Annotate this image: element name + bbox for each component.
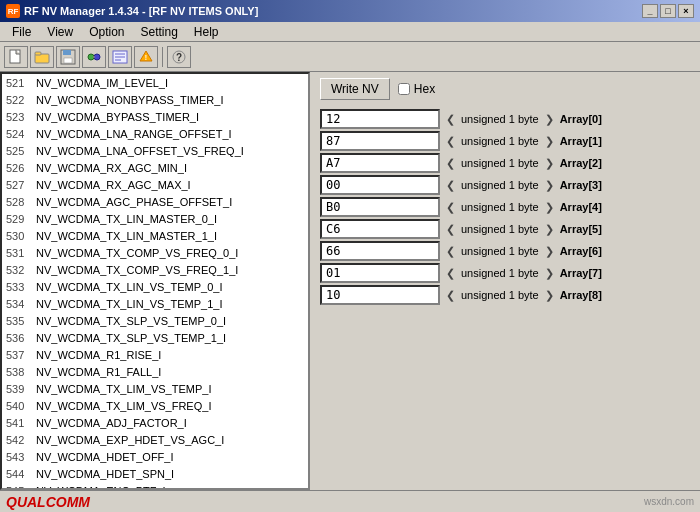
angle-right-6: ❯ [545, 245, 554, 258]
nv-list-item[interactable]: 526NV_WCDMA_RX_AGC_MIN_I [2, 159, 308, 176]
hex-label: Hex [398, 82, 435, 96]
nv-list-item[interactable]: 523NV_WCDMA_BYPASS_TIMER_I [2, 108, 308, 125]
app-icon: RF [6, 4, 20, 18]
angle-right-0: ❯ [545, 113, 554, 126]
angle-right-4: ❯ [545, 201, 554, 214]
angle-left-8: ❮ [446, 289, 455, 302]
nv-item-num: 524 [6, 128, 36, 140]
nv-item-num: 534 [6, 298, 36, 310]
nv-item-name: NV_WCDMA_ADJ_FACTOR_I [36, 417, 187, 429]
nv-list-item[interactable]: 527NV_WCDMA_RX_AGC_MAX_I [2, 176, 308, 193]
nv-list-item[interactable]: 541NV_WCDMA_ADJ_FACTOR_I [2, 414, 308, 431]
angle-right-7: ❯ [545, 267, 554, 280]
array-input-6[interactable] [320, 241, 440, 261]
help-btn[interactable]: ? [167, 46, 191, 68]
svg-rect-2 [35, 52, 41, 55]
nv-item-name: NV_WCDMA_TX_COMP_VS_FREQ_1_I [36, 264, 238, 276]
connect-btn[interactable] [82, 46, 106, 68]
array-input-3[interactable] [320, 175, 440, 195]
nv-list-item[interactable]: 534NV_WCDMA_TX_LIN_VS_TEMP_1_I [2, 295, 308, 312]
read-nv-btn[interactable] [108, 46, 132, 68]
nv-item-num: 540 [6, 400, 36, 412]
nv-list-panel[interactable]: 521NV_WCDMA_IM_LEVEL_I522NV_WCDMA_NONBYP… [0, 72, 310, 490]
array-index-5: Array[5] [560, 223, 602, 235]
nv-item-name: NV_WCDMA_R1_FALL_I [36, 366, 161, 378]
array-type-2: unsigned 1 byte [461, 157, 539, 169]
array-index-0: Array[0] [560, 113, 602, 125]
nv-list-item[interactable]: 532NV_WCDMA_TX_COMP_VS_FREQ_1_I [2, 261, 308, 278]
menu-help[interactable]: Help [186, 23, 227, 41]
nv-item-name: NV_WCDMA_BYPASS_TIMER_I [36, 111, 199, 123]
nv-list-item[interactable]: 539NV_WCDMA_TX_LIM_VS_TEMP_I [2, 380, 308, 397]
nv-list-item[interactable]: 533NV_WCDMA_TX_LIN_VS_TEMP_0_I [2, 278, 308, 295]
new-btn[interactable] [4, 46, 28, 68]
nv-list-item[interactable]: 524NV_WCDMA_LNA_RANGE_OFFSET_I [2, 125, 308, 142]
menu-setting[interactable]: Setting [133, 23, 186, 41]
svg-rect-4 [63, 50, 71, 55]
nv-item-name: NV_WCDMA_TX_LIN_MASTER_1_I [36, 230, 217, 242]
nv-list-item[interactable]: 529NV_WCDMA_TX_LIN_MASTER_0_I [2, 210, 308, 227]
array-input-8[interactable] [320, 285, 440, 305]
array-type-7: unsigned 1 byte [461, 267, 539, 279]
array-row: ❮ unsigned 1 byte ❯ Array[5] [320, 218, 690, 240]
nv-list-item[interactable]: 531NV_WCDMA_TX_COMP_VS_FREQ_0_I [2, 244, 308, 261]
nv-item-num: 530 [6, 230, 36, 242]
nv-list-item[interactable]: 537NV_WCDMA_R1_RISE_I [2, 346, 308, 363]
array-input-2[interactable] [320, 153, 440, 173]
title-bar: RF RF NV Manager 1.4.34 - [RF NV ITEMS O… [0, 0, 700, 22]
title-bar-controls[interactable]: _ □ × [642, 4, 694, 18]
array-input-0[interactable] [320, 109, 440, 129]
nv-list-item[interactable]: 543NV_WCDMA_HDET_OFF_I [2, 448, 308, 465]
array-row: ❮ unsigned 1 byte ❯ Array[4] [320, 196, 690, 218]
nv-item-num: 539 [6, 383, 36, 395]
save-btn[interactable] [56, 46, 80, 68]
minimize-btn[interactable]: _ [642, 4, 658, 18]
nv-list-item[interactable]: 525NV_WCDMA_LNA_OFFSET_VS_FREQ_I [2, 142, 308, 159]
nv-list-item[interactable]: 536NV_WCDMA_TX_SLP_VS_TEMP_1_I [2, 329, 308, 346]
nv-item-num: 533 [6, 281, 36, 293]
hex-text: Hex [414, 82, 435, 96]
toolbar: ! ? [0, 42, 700, 72]
hex-checkbox[interactable] [398, 83, 410, 95]
erase-btn[interactable]: ! [134, 46, 158, 68]
nv-list-item[interactable]: 544NV_WCDMA_HDET_SPN_I [2, 465, 308, 482]
nv-list-item[interactable]: 530NV_WCDMA_TX_LIN_MASTER_1_I [2, 227, 308, 244]
array-index-4: Array[4] [560, 201, 602, 213]
array-index-1: Array[1] [560, 135, 602, 147]
nv-list-item[interactable]: 535NV_WCDMA_TX_SLP_VS_TEMP_0_I [2, 312, 308, 329]
array-input-4[interactable] [320, 197, 440, 217]
close-btn[interactable]: × [678, 4, 694, 18]
menu-file[interactable]: File [4, 23, 39, 41]
nv-item-name: NV_WCDMA_TX_SLP_VS_TEMP_1_I [36, 332, 226, 344]
title-text: RF NV Manager 1.4.34 - [RF NV ITEMS ONLY… [24, 5, 258, 17]
angle-left-7: ❮ [446, 267, 455, 280]
array-input-5[interactable] [320, 219, 440, 239]
nv-list-item[interactable]: 538NV_WCDMA_R1_FALL_I [2, 363, 308, 380]
nv-item-name: NV_WCDMA_TX_COMP_VS_FREQ_0_I [36, 247, 238, 259]
array-input-7[interactable] [320, 263, 440, 283]
nv-list-item[interactable]: 545NV_WCDMA_ENC_BTF_I [2, 482, 308, 490]
nv-list-item[interactable]: 528NV_WCDMA_AGC_PHASE_OFFSET_I [2, 193, 308, 210]
qualcomm-text: QUALCOMM [6, 494, 90, 510]
array-row: ❮ unsigned 1 byte ❯ Array[0] [320, 108, 690, 130]
angle-left-1: ❮ [446, 135, 455, 148]
nv-item-name: NV_WCDMA_TX_LIM_VS_FREQ_I [36, 400, 211, 412]
nv-list-item[interactable]: 540NV_WCDMA_TX_LIM_VS_FREQ_I [2, 397, 308, 414]
nv-list-item[interactable]: 522NV_WCDMA_NONBYPASS_TIMER_I [2, 91, 308, 108]
nv-item-num: 535 [6, 315, 36, 327]
write-nv-button[interactable]: Write NV [320, 78, 390, 100]
array-input-1[interactable] [320, 131, 440, 151]
maximize-btn[interactable]: □ [660, 4, 676, 18]
status-bar: QUALCOMM wsxdn.com [0, 490, 700, 512]
nv-list-item[interactable]: 542NV_WCDMA_EXP_HDET_VS_AGC_I [2, 431, 308, 448]
menu-option[interactable]: Option [81, 23, 132, 41]
menu-view[interactable]: View [39, 23, 81, 41]
angle-left-6: ❮ [446, 245, 455, 258]
nv-item-name: NV_WCDMA_TX_LIN_MASTER_0_I [36, 213, 217, 225]
nv-list-item[interactable]: 521NV_WCDMA_IM_LEVEL_I [2, 74, 308, 91]
nv-item-num: 536 [6, 332, 36, 344]
toolbar-sep [162, 47, 163, 67]
watermark-text: wsxdn.com [644, 496, 694, 507]
nv-item-name: NV_WCDMA_LNA_RANGE_OFFSET_I [36, 128, 232, 140]
open-btn[interactable] [30, 46, 54, 68]
